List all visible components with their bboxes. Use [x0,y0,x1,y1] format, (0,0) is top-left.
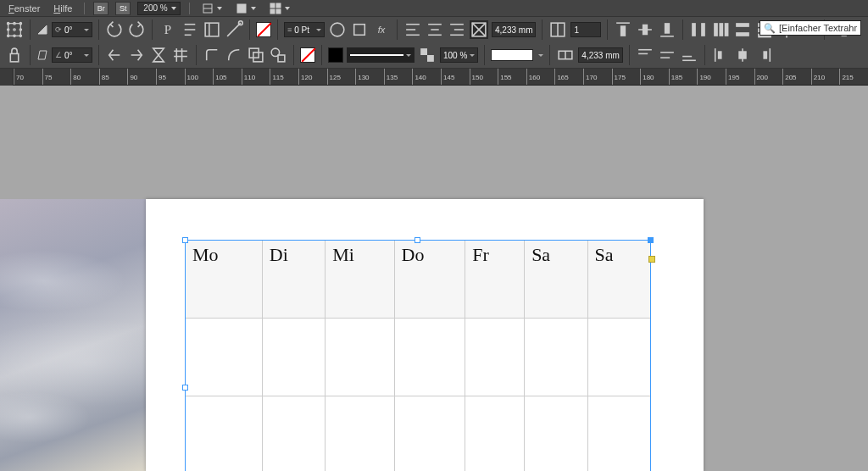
prev-icon[interactable] [105,46,124,64]
ruler-tick: 115 [270,69,271,86]
align-right-icon[interactable] [448,20,466,39]
svg-rect-87 [718,51,722,58]
zoom-level-dropdown[interactable]: 200 % [137,2,180,15]
menu-hilfe[interactable]: Hilfe [50,3,75,14]
text-valign-bot[interactable] [680,46,698,64]
rotation-angle-field[interactable]: ⟳ 0° [52,22,92,37]
stock-button[interactable]: St [115,2,131,15]
search-placeholder: [Einfacher Textrahmen]+ [779,23,857,33]
stroke-weight-field[interactable]: ≡ 0 Pt [284,22,325,37]
column-count-field[interactable]: 1 [570,22,601,37]
selection-handle[interactable] [182,237,188,243]
svg-rect-51 [725,23,729,36]
chevron-down-icon [538,54,543,57]
rotate-icon [36,24,48,36]
pathfinder-icon[interactable] [247,46,265,64]
insert-icon[interactable] [225,20,243,39]
selection-handle[interactable] [415,237,420,243]
columns-icon[interactable] [548,20,567,39]
svg-rect-6 [276,9,281,14]
ruler-tick: 120 [298,69,300,86]
arrange-dropdown[interactable] [266,2,293,15]
ruler-tick: 170 [583,69,585,86]
char-panel-button[interactable]: P [159,20,177,39]
selection-handle[interactable] [648,237,654,243]
ref-lock-icon[interactable] [5,46,24,64]
horizontal-ruler[interactable]: 7075808590951001051101151201251301351401… [0,69,868,86]
opacity-field[interactable]: 100 % [440,47,478,63]
bridge-button[interactable]: Br [93,2,108,15]
stroke-swatch-black[interactable] [328,47,343,63]
timer-icon[interactable] [149,46,168,64]
distribute-1[interactable] [689,20,708,39]
convert-shape-icon[interactable] [269,46,287,64]
stroke-swatch-none[interactable] [300,47,315,63]
svg-marker-67 [153,48,164,62]
ruler-tick: 105 [213,69,214,86]
align-center-icon[interactable] [426,20,444,39]
corner-options-icon[interactable] [203,46,221,64]
svg-rect-50 [720,23,724,36]
stroke-style-dropdown[interactable] [347,47,415,63]
svg-point-25 [331,23,344,36]
ref-point-selector[interactable] [5,20,24,39]
color-swatch-white[interactable] [491,49,533,61]
screen-mode-dropdown[interactable] [232,2,259,15]
distribute-3[interactable] [733,20,752,39]
svg-point-24 [239,21,243,25]
menubar: Fenster Hilfe Br St 200 % [0,0,868,17]
cell-width-icon[interactable] [556,46,575,64]
align-left-icon[interactable] [403,20,422,39]
ruler-tick: 70 [14,69,15,86]
dist-h-3[interactable] [755,46,774,64]
stroke-align-button[interactable] [350,20,369,39]
cell-height-field[interactable]: 4,233 mm [492,22,536,37]
chevron-down-icon [285,7,290,10]
distribute-2[interactable] [711,20,730,39]
ruler-tick: 205 [782,69,784,86]
valign-top-icon[interactable] [614,20,632,39]
dist-h-1[interactable] [711,46,730,64]
svg-rect-47 [693,23,697,36]
selection-handle[interactable] [182,385,188,391]
fill-swatch-none[interactable] [256,22,271,37]
shear-angle-field[interactable]: ∠ 0° [52,47,92,63]
valign-center-icon[interactable] [636,20,654,39]
frame-fit-icon[interactable] [470,20,488,39]
svg-rect-48 [702,23,706,36]
dist-h-2[interactable] [733,46,752,64]
placed-image[interactable] [0,199,146,471]
pilcrow-icon[interactable] [181,20,199,39]
ruler-tick: 175 [612,69,614,86]
menu-fenster[interactable]: Fenster [5,3,43,14]
ruler-origin[interactable] [0,69,14,86]
fx-button[interactable]: fx [372,20,391,39]
text-flow-icon[interactable] [203,20,221,39]
cell-width-field[interactable]: 4,233 mm [578,47,622,63]
text-valign-top[interactable] [636,46,654,64]
quick-apply-search[interactable]: 🔍 [Einfacher Textrahmen]+ [760,20,861,36]
grid-icon[interactable] [171,46,190,64]
ruler-tick: 140 [412,69,414,86]
opacity-icon[interactable] [418,46,437,64]
corner-radius-icon[interactable] [225,46,243,64]
overset-text-indicator[interactable] [648,256,655,263]
zoom-value: 200 % [143,3,167,13]
ruler-tick: 95 [156,69,158,86]
text-valign-mid[interactable] [658,46,676,64]
redo-button[interactable] [127,20,146,39]
stroke-style-button[interactable] [328,20,347,39]
svg-rect-49 [715,23,719,36]
control-panel: ⟳ 0° P ≡ 0 Pt fx 4,233 mm [0,17,868,69]
chevron-down-icon [316,29,321,31]
next-icon[interactable] [127,46,146,64]
valign-bottom-icon[interactable] [658,20,676,39]
chevron-down-icon [171,7,176,10]
view-options-dropdown[interactable] [198,2,225,15]
selection-frame[interactable] [185,240,651,471]
undo-button[interactable] [105,20,124,39]
document-workspace[interactable]: Mo Di Mi Do Fr Sa Sa [0,86,868,471]
svg-rect-52 [737,23,750,27]
svg-line-23 [227,23,241,36]
ruler-tick: 100 [185,69,186,86]
